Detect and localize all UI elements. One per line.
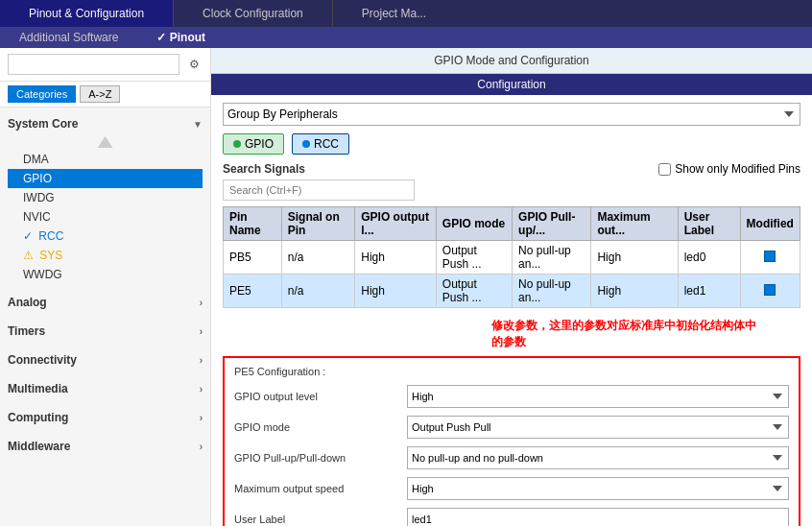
chevron-right-icon5: › [200,413,203,423]
cell-mode: Output Push ... [436,275,512,308]
warning-icon: ⚠ [23,249,36,262]
dot-rcc-icon [302,140,310,148]
sidebar-multimedia-section: Multimedia › [0,372,210,401]
check-icon: ✓ [23,229,36,243]
config-select-gpio-mode[interactable]: Output Push Pull [407,416,789,439]
sidebar-system-core-section: System Core ▼ DMA GPIO IWDG NVIC ✓ RCC ⚠… [0,108,210,286]
sidebar-item-iwdg[interactable]: IWDG [8,188,203,207]
config-row-max-speed: Maximum output speed High [234,477,789,500]
col-signal: Signal on Pin [281,207,354,241]
sidebar: ⚙ Categories A->Z System Core ▼ DMA GPIO… [0,48,211,526]
sidebar-middleware-section: Middleware › [0,430,210,459]
tab-rcc[interactable]: RCC [292,133,349,155]
cell-output: High [355,241,437,275]
col-gpio-output: GPIO output l... [355,207,437,241]
content-area: GPIO Mode and Configuration Configuratio… [211,48,812,526]
config-label-output-level: GPIO output level [234,391,407,402]
show-modified-checkbox[interactable] [658,163,671,176]
cell-signal: n/a [281,241,354,275]
col-maxout: Maximum out... [591,207,678,241]
annotation-text: 修改参数，这里的参数对应标准库中初始化结构体中的参数 [491,318,800,350]
sidebar-item-dma[interactable]: DMA [8,150,203,169]
sidebar-computing-section: Computing › [0,401,210,430]
tab-gpio[interactable]: GPIO [223,133,284,155]
subnav-pinout[interactable]: ✓ Pinout [137,27,225,48]
col-user-label: User Label [678,207,740,241]
nav-project[interactable]: Project Ma... [333,0,455,27]
cell-output: High [355,275,437,308]
config-row-gpio-mode: GPIO mode Output Push Pull [234,416,789,439]
config-row-pullup: GPIO Pull-up/Pull-down No pull-up and no… [234,446,789,469]
sidebar-multimedia-header[interactable]: Multimedia › [8,378,203,399]
cell-signal: n/a [281,275,354,308]
cell-pin-name: PE5 [224,275,282,308]
config-select-max-speed[interactable]: High [407,477,789,500]
col-modified: Modified [740,207,800,241]
group-by-row: Group By Peripherals [223,103,800,126]
show-modified-label: Show only Modified Pins [675,162,800,176]
sidebar-timers-label: Timers [8,324,45,338]
gpio-table: Pin Name Signal on Pin GPIO output l... … [223,206,800,308]
chevron-right-icon: › [200,298,203,308]
gear-icon[interactable]: ⚙ [185,56,203,73]
sidebar-tabs: Categories A->Z [0,82,210,108]
pe5-config-title: PE5 Configuration : [234,366,789,377]
cell-pin-name: PB5 [224,241,282,275]
cell-modified [740,241,800,275]
sidebar-item-wwdg[interactable]: WWDG [8,265,203,284]
config-select-output-level[interactable]: High [407,385,789,408]
sidebar-section-label: System Core [8,117,78,131]
config-label-user-label: User Label [234,514,407,525]
scroll-up-btn[interactable] [8,134,203,150]
main-layout: ⚙ Categories A->Z System Core ▼ DMA GPIO… [0,48,812,526]
config-label-max-speed: Maximum output speed [234,483,407,494]
sidebar-connectivity-header[interactable]: Connectivity › [8,349,203,371]
sidebar-computing-label: Computing [8,411,68,424]
col-gpio-mode: GPIO mode [436,207,512,241]
subnav-additional[interactable]: Additional Software [0,27,137,48]
pe5-config-panel: PE5 Configuration : GPIO output level Hi… [223,356,800,526]
sidebar-analog-section: Analog › [0,286,210,315]
nav-clock[interactable]: Clock Configuration [174,0,333,27]
sidebar-system-core-header[interactable]: System Core ▼ [8,113,203,134]
show-modified-row: Show only Modified Pins [658,162,800,176]
sidebar-middleware-header[interactable]: Middleware › [8,436,203,457]
tab-categories[interactable]: Categories [8,85,76,103]
signal-tabs: GPIO RCC [223,133,800,155]
sidebar-item-sys[interactable]: ⚠ SYS [8,246,203,265]
cell-modified [740,275,800,308]
nav-pinout[interactable]: Pinout & Configuration [0,0,174,27]
sub-nav: Additional Software ✓ Pinout [0,27,812,48]
sidebar-connectivity-label: Connectivity [8,353,77,367]
sidebar-computing-header[interactable]: Computing › [8,407,203,428]
col-pin-name: Pin Name [224,207,282,241]
cell-label: led1 [678,275,740,308]
sidebar-item-rcc[interactable]: ✓ RCC [8,227,203,246]
content-subtitle: Configuration [211,74,812,95]
sidebar-item-gpio[interactable]: GPIO [8,169,203,188]
search-signals-row: Search Signals Show only Modified Pins [223,162,800,176]
chevron-right-icon2: › [200,326,203,337]
config-select-pullup[interactable]: No pull-up and no pull-down [407,446,789,469]
cell-pullup: No pull-up an... [513,241,591,275]
sidebar-search-input[interactable] [8,54,179,75]
config-label-pullup: GPIO Pull-up/Pull-down [234,452,407,464]
sidebar-analog-header[interactable]: Analog › [8,292,203,313]
chevron-down-icon: ▼ [193,119,203,130]
scroll-up-arrow-icon[interactable] [98,136,113,148]
sidebar-analog-label: Analog [8,296,47,309]
table-row[interactable]: PB5 n/a High Output Push ... No pull-up … [224,241,800,275]
chevron-right-icon4: › [200,384,203,394]
chevron-right-icon6: › [200,442,203,452]
cell-maxout: High [591,275,678,308]
search-signals-label: Search Signals [223,162,305,176]
sidebar-timers-header[interactable]: Timers › [8,321,203,342]
dot-gpio-icon [233,140,241,148]
config-input-user-label[interactable] [407,508,789,526]
table-row[interactable]: PE5 n/a High Output Push ... No pull-up … [224,275,800,308]
cell-maxout: High [591,241,678,275]
sidebar-item-nvic[interactable]: NVIC [8,207,203,227]
group-by-select[interactable]: Group By Peripherals [223,103,800,126]
tab-az[interactable]: A->Z [80,85,120,103]
search-signals-input[interactable] [223,179,415,201]
